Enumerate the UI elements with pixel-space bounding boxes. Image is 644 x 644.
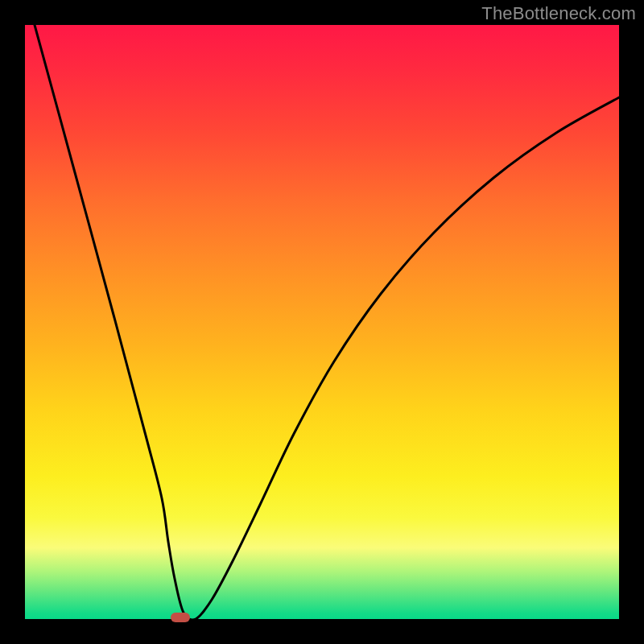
curve-svg	[25, 25, 619, 619]
bottleneck-curve	[35, 25, 619, 619]
chart-stage: TheBottleneck.com	[0, 0, 644, 644]
watermark-text: TheBottleneck.com	[481, 3, 636, 24]
minimum-marker	[171, 613, 190, 622]
